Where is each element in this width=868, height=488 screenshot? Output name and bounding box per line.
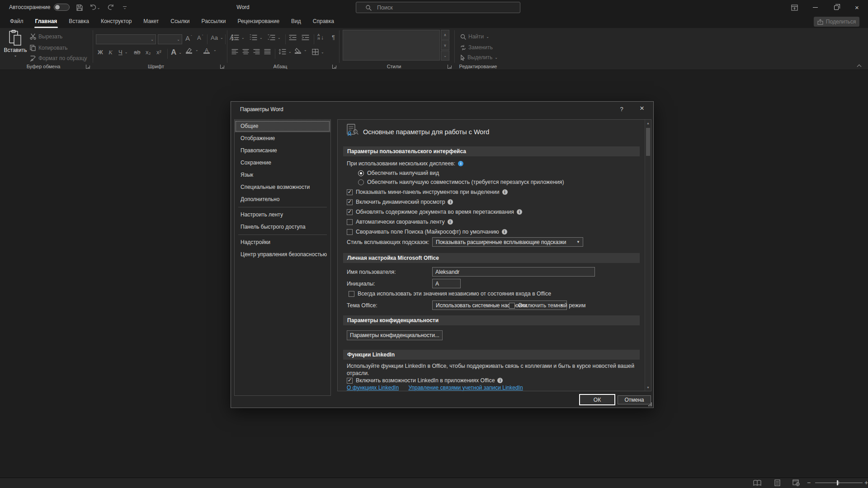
info-icon[interactable]: i <box>497 378 503 383</box>
underline-button[interactable]: Ч⌄ <box>118 49 127 56</box>
bullet-list-button[interactable]: ⌄ <box>231 34 245 41</box>
web-layout-button[interactable] <box>790 479 802 487</box>
info-icon[interactable]: i <box>502 189 508 195</box>
info-icon[interactable]: i <box>458 161 463 166</box>
styles-dialog-launcher[interactable] <box>448 65 452 69</box>
italic-button[interactable]: К <box>108 49 113 56</box>
font-name-combo[interactable]: ⌄ <box>96 34 156 44</box>
tab-file[interactable]: Файл <box>4 15 29 28</box>
replace-button[interactable]: Заменить <box>460 44 493 51</box>
resize-grip[interactable] <box>648 402 652 406</box>
checkbox-live-preview[interactable]: Включить динамический просмотр i <box>347 198 453 206</box>
sidebar-item-quick-access-toolbar[interactable]: Панель быстрого доступа <box>235 221 330 233</box>
tab-help[interactable]: Справка <box>307 15 340 28</box>
copy-button[interactable]: Копировать <box>30 45 68 51</box>
sort-button[interactable]: АЯ ↓ <box>317 33 324 41</box>
grow-font-button[interactable]: Аˆ <box>185 34 192 42</box>
scroll-up-arrow[interactable]: ▲ <box>645 120 651 127</box>
share-button[interactable]: Поделиться <box>814 17 859 27</box>
collapse-ribbon-button[interactable] <box>858 64 861 68</box>
scroll-down-arrow[interactable]: ▼ <box>645 384 651 391</box>
redo-button[interactable] <box>104 2 117 13</box>
radio-best-view[interactable]: Обеспечить наилучший вид <box>358 169 439 177</box>
select-button[interactable]: Выделить ⌄ <box>460 54 498 61</box>
text-effects-button[interactable]: А⌄ <box>171 48 182 57</box>
zoom-slider-handle[interactable] <box>837 480 838 485</box>
show-formatting-marks-button[interactable]: ¶ <box>332 34 335 41</box>
search-box[interactable]: Поиск <box>356 2 520 13</box>
checkbox-mini-toolbar[interactable]: Показывать мини-панель инструментов при … <box>347 188 508 196</box>
tab-insert[interactable]: Вставка <box>63 15 95 28</box>
tab-review[interactable]: Рецензирование <box>231 15 285 28</box>
sidebar-item-trust-center[interactable]: Центр управления безопасностью <box>235 249 330 261</box>
tooltip-style-dropdown[interactable]: Показывать расширенные всплывающие подск… <box>432 237 583 247</box>
highlight-chevron[interactable]: ⌄ <box>195 48 198 52</box>
save-button[interactable] <box>73 2 86 13</box>
strikethrough-button[interactable]: ab <box>134 49 140 56</box>
checkbox-collapse-search[interactable]: Сворачивать поле Поиска (Майкрософт) по … <box>347 228 507 235</box>
numbered-list-button[interactable]: ⌄ <box>250 34 263 41</box>
checkbox-always-use-values[interactable]: Всегда использовать эти значения независ… <box>349 290 551 297</box>
info-icon[interactable]: i <box>448 199 453 205</box>
font-dialog-launcher[interactable] <box>220 65 224 69</box>
subscript-button[interactable]: x₂ <box>146 49 151 56</box>
sidebar-item-display[interactable]: Отображение <box>235 132 330 145</box>
help-icon[interactable]: ? <box>618 106 626 113</box>
tab-layout[interactable]: Макет <box>137 15 165 28</box>
zoom-out-button[interactable]: − <box>807 479 811 486</box>
paste-button[interactable]: Вставить ⌄ <box>4 30 27 64</box>
format-painter-button[interactable]: Формат по образцу <box>30 55 87 61</box>
zoom-in-button[interactable]: + <box>864 479 868 486</box>
tab-home[interactable]: Главная <box>29 15 63 28</box>
checkbox-update-while-drag[interactable]: Обновлять содержимое документа во время … <box>347 208 522 216</box>
read-mode-button[interactable] <box>751 479 763 487</box>
sidebar-item-language[interactable]: Язык <box>235 169 330 181</box>
restore-button[interactable] <box>826 0 846 15</box>
cut-button[interactable]: Вырезать <box>30 33 62 40</box>
manage-linkedin-link[interactable]: Управление связями учетной записи Linked… <box>408 385 523 391</box>
line-spacing-button[interactable]: ⌄ <box>278 49 292 55</box>
multilevel-list-button[interactable]: ⌄ <box>268 34 281 41</box>
align-left-button[interactable] <box>231 49 238 55</box>
align-center-button[interactable] <box>242 49 249 55</box>
superscript-button[interactable]: x² <box>156 49 161 56</box>
tab-view[interactable]: Вид <box>285 15 307 28</box>
customize-quick-access-button[interactable]: ⌄ <box>118 2 131 13</box>
checkbox-enable-linkedin[interactable]: Включить возможности LinkedIn в приложен… <box>347 377 503 384</box>
tab-mailings[interactable]: Рассылки <box>196 15 232 28</box>
autosave-toggle[interactable] <box>54 4 70 11</box>
shading-chevron[interactable]: ⌄ <box>304 48 307 52</box>
font-size-combo[interactable]: ⌄ <box>158 34 182 44</box>
styles-more-button[interactable]: ⌄ <box>441 51 449 61</box>
checkbox-auto-collapse-ribbon[interactable]: Автоматически сворачивать ленту i <box>347 218 453 225</box>
ribbon-display-options-button[interactable] <box>784 0 805 15</box>
bold-button[interactable]: Ж <box>98 49 103 56</box>
sidebar-item-add-ins[interactable]: Надстройки <box>235 236 330 249</box>
sidebar-item-save[interactable]: Сохранение <box>235 157 330 169</box>
sidebar-item-accessibility[interactable]: Специальные возможности <box>235 181 330 193</box>
info-icon[interactable]: i <box>502 229 507 235</box>
print-layout-button[interactable] <box>771 479 783 487</box>
sidebar-item-advanced[interactable]: Дополнительно <box>235 193 330 206</box>
cancel-button[interactable]: Отмена <box>618 395 651 404</box>
decrease-indent-button[interactable] <box>289 34 297 41</box>
shading-button[interactable] <box>295 48 301 54</box>
user-name-field[interactable] <box>432 267 595 277</box>
change-case-button[interactable]: Аа⌄ <box>211 34 223 41</box>
paragraph-dialog-launcher[interactable] <box>332 65 336 69</box>
highlight-color-button[interactable] <box>185 48 192 54</box>
privacy-settings-button[interactable]: Параметры конфиденциальности... <box>347 330 443 340</box>
align-right-button[interactable] <box>253 49 260 55</box>
scrollbar-thumb[interactable] <box>646 128 650 156</box>
justify-button[interactable] <box>264 49 271 55</box>
tab-design[interactable]: Конструктор <box>95 15 137 28</box>
find-button[interactable]: Найти ⌄ <box>460 33 489 40</box>
minimize-button[interactable] <box>805 0 826 15</box>
info-icon[interactable]: i <box>448 219 453 225</box>
close-window-button[interactable]: × <box>847 0 867 15</box>
styles-scroll-up-button[interactable]: ∧ <box>441 30 449 40</box>
borders-button[interactable]: ⌄ <box>312 49 324 55</box>
font-color-chevron[interactable]: ⌄ <box>213 48 217 52</box>
undo-button[interactable]: ⌄ <box>87 2 103 13</box>
styles-scroll-down-button[interactable]: ∨ <box>441 40 449 50</box>
